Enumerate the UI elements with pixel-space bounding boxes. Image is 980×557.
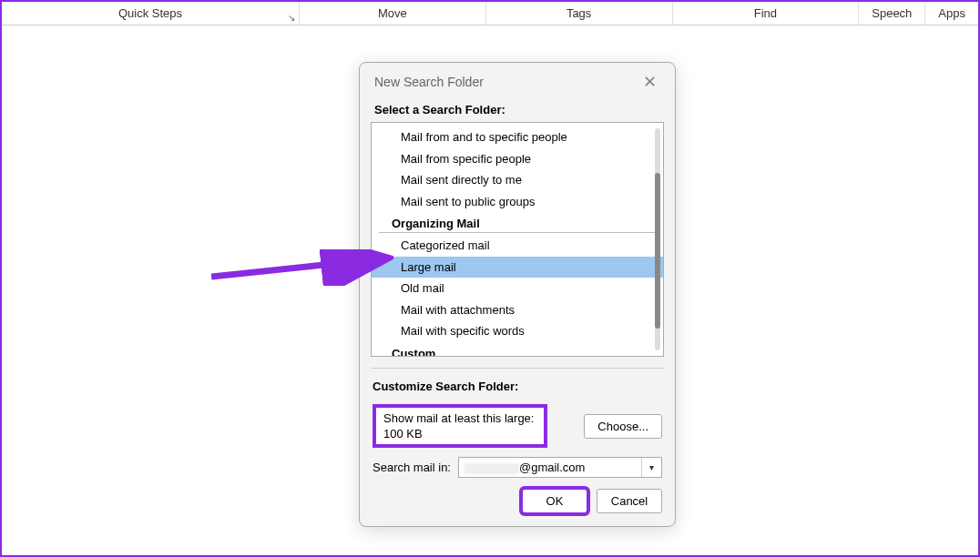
list-item[interactable]: Mail with specific words (372, 320, 663, 342)
dialog-title: New Search Folder (374, 75, 484, 89)
divider (371, 368, 664, 369)
close-icon[interactable]: ✕ (638, 72, 662, 92)
new-search-folder-dialog: New Search Folder ✕ Select a Search Fold… (359, 62, 676, 527)
search-in-label: Search mail in: (373, 461, 451, 474)
size-label: Show mail at least this large: (376, 408, 544, 425)
ribbon: Quick Steps ↘ Move Tags Find Speech Apps (2, 2, 978, 25)
ribbon-label: Apps (938, 6, 965, 20)
choose-button[interactable]: Choose... (584, 414, 662, 439)
ok-button[interactable]: OK (522, 489, 587, 513)
scrollbar[interactable] (655, 128, 660, 350)
search-in-value: @gmail.com (459, 458, 641, 477)
size-criteria-box: Show mail at least this large: 100 KB (373, 404, 547, 448)
customize-label: Customize Search Folder: (373, 376, 662, 399)
list-item[interactable]: Old mail (372, 278, 663, 299)
redacted-text (464, 463, 519, 474)
size-value: 100 KB (376, 425, 544, 444)
ribbon-label: Tags (567, 6, 591, 20)
list-item[interactable]: Mail with attachments (372, 299, 663, 321)
list-item-large-mail[interactable]: Large mail (372, 257, 663, 278)
search-folder-listbox[interactable]: Mail from and to specific people Mail fr… (371, 122, 664, 357)
ribbon-group-apps[interactable]: Apps (925, 2, 978, 25)
dialog-titlebar: New Search Folder ✕ (360, 63, 675, 99)
list-item[interactable]: Mail from and to specific people (372, 127, 663, 148)
ribbon-group-move[interactable]: Move (300, 2, 486, 25)
search-in-combo[interactable]: @gmail.com ▾ (458, 457, 662, 478)
list-item[interactable]: Mail sent to public groups (372, 191, 663, 213)
select-folder-label: Select a Search Folder: (360, 99, 675, 122)
chevron-down-icon[interactable]: ▾ (641, 458, 661, 477)
dialog-launcher-icon[interactable]: ↘ (288, 13, 295, 23)
ribbon-group-speech[interactable]: Speech (859, 2, 925, 25)
list-item[interactable]: Mail sent directly to me (372, 169, 663, 191)
scrollbar-thumb[interactable] (655, 173, 660, 329)
list-group-custom: Custom (379, 344, 656, 358)
list-item[interactable]: Mail from specific people (372, 148, 663, 170)
list-item[interactable]: Categorized mail (372, 235, 663, 257)
cancel-button[interactable]: Cancel (597, 489, 662, 513)
ribbon-label: Find (754, 6, 777, 20)
ribbon-label: Move (378, 6, 407, 20)
list-group-organizing: Organizing Mail (379, 214, 656, 233)
ribbon-label: Speech (872, 6, 912, 20)
ribbon-group-quick-steps[interactable]: Quick Steps ↘ (2, 2, 300, 25)
ribbon-label: Quick Steps (118, 6, 182, 20)
ribbon-group-tags[interactable]: Tags (486, 2, 673, 25)
ribbon-group-find[interactable]: Find (673, 2, 860, 25)
